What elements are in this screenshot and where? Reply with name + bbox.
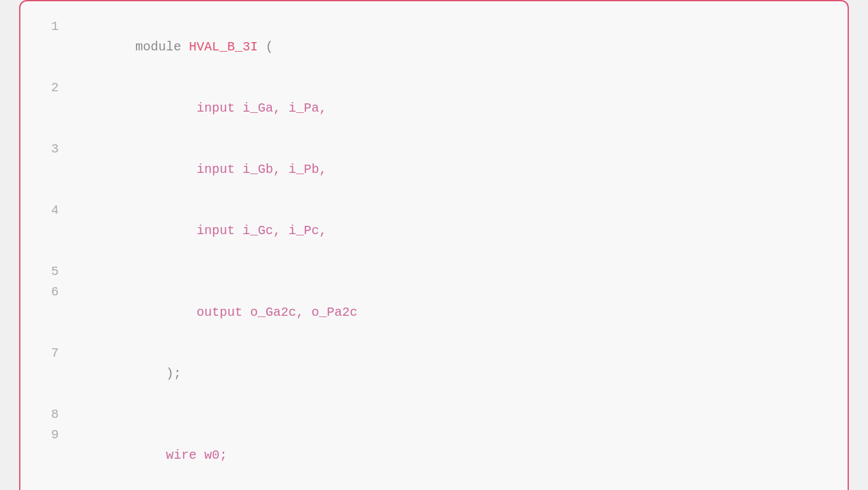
line-number-10: 10	[41, 486, 59, 490]
line-text-1: module HVAL_B_3I (	[74, 17, 273, 78]
keyword-wire: wire	[135, 448, 197, 463]
code-line-6: 6 output o_Ga2c, o_Pa2c	[41, 282, 827, 343]
code-line-5: 5	[41, 262, 827, 282]
code-editor: 1 module HVAL_B_3I ( 2 input i_Ga, i_Pa,…	[19, 0, 849, 490]
code-line-1: 1 module HVAL_B_3I (	[41, 17, 827, 78]
keyword-module: module	[135, 40, 181, 54]
code-line-3: 3 input i_Gb, i_Pb,	[41, 139, 827, 200]
line-number-2: 2	[41, 78, 59, 98]
keyword-input-3: input	[135, 223, 235, 238]
keyword-output: output	[135, 305, 243, 320]
keyword-input-1: input	[135, 101, 235, 115]
line-number-5: 5	[41, 262, 59, 282]
line-number-6: 6	[41, 282, 59, 302]
line-text-3: input i_Gb, i_Pb,	[74, 139, 327, 200]
line-text-2: input i_Ga, i_Pa,	[74, 78, 327, 139]
line-text-9: wire w0;	[74, 425, 227, 486]
line-text-7: );	[74, 343, 181, 405]
line-number-7: 7	[41, 343, 59, 364]
line-number-1: 1	[41, 17, 59, 37]
line-number-3: 3	[41, 139, 59, 160]
code-line-10: 10	[41, 486, 827, 490]
line-number-8: 8	[41, 405, 59, 425]
module-name: HVAL_B_3I	[189, 40, 258, 54]
line-number-9: 9	[41, 425, 59, 445]
code-line-4: 4 input i_Gc, i_Pc,	[41, 200, 827, 262]
code-line-7: 7 );	[41, 343, 827, 405]
line-text-6: output o_Ga2c, o_Pa2c	[74, 282, 357, 343]
code-line-2: 2 input i_Ga, i_Pa,	[41, 78, 827, 139]
code-content: 1 module HVAL_B_3I ( 2 input i_Ga, i_Pa,…	[41, 17, 827, 490]
code-line-9: 9 wire w0;	[41, 425, 827, 486]
code-line-8: 8	[41, 405, 827, 425]
line-number-4: 4	[41, 200, 59, 221]
line-text-4: input i_Gc, i_Pc,	[74, 200, 327, 262]
keyword-input-2: input	[135, 162, 235, 177]
